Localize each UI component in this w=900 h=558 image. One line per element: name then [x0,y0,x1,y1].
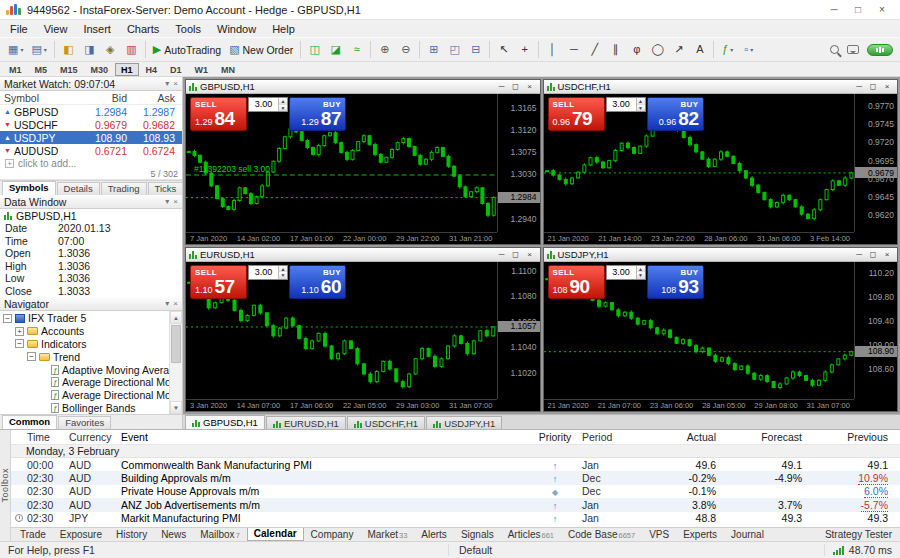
lot-decrease-icon[interactable]: ▼ [637,272,645,279]
header-event[interactable]: Event [121,431,532,443]
arrows-tool-button[interactable]: ↗ [668,39,689,60]
navigator-item-bollinger-bands[interactable]: ƒBollinger Bands [0,402,182,414]
lot-size-input[interactable]: 3.00▲▼ [606,265,646,280]
panel-menu-icon[interactable]: ▾ [165,79,169,88]
sell-button[interactable]: SELL1.2984 [190,97,247,131]
menu-charts[interactable]: Charts [119,22,167,36]
column-ask[interactable]: Ask [130,92,179,104]
chart-tab-eurusd-h1[interactable]: EURUSD,H1 [266,416,346,429]
status-profile[interactable]: Default [448,544,824,556]
cursor-tool-button[interactable]: ↖ [493,39,514,60]
timeframe-mn[interactable]: MN [215,63,241,76]
toolbox-tab-mailbox[interactable]: Mailbox7 [193,528,247,541]
lot-decrease-icon[interactable]: ▼ [279,272,287,279]
column-symbol[interactable]: Symbol [0,92,76,104]
chart-tab-usdjpy-h1[interactable]: USDJPY,H1 [426,416,502,429]
minimize-icon[interactable]: ─ [852,82,866,91]
tab-details[interactable]: Details [57,182,100,195]
data-window-header[interactable]: Data Window ▾× [0,195,182,209]
toolbox-side-tab[interactable]: Toolbox [0,430,11,541]
header-forecast[interactable]: Forecast [720,431,806,443]
minimize-icon[interactable]: ─ [852,250,866,259]
calendar-row-private-house-approvals-m-m[interactable]: 02:30AUDPrivate House Approvals m/m◆Dec-… [11,485,900,498]
price-scale[interactable]: 1.11001.10801.10601.10401.10201.1057 [497,262,540,400]
toolbox-tab-vps[interactable]: VPS [642,528,676,541]
navigator-header[interactable]: Navigator ▾× [0,297,182,311]
toolbox-tab-company[interactable]: Company [304,528,361,541]
crosshair-tool-button[interactable]: + [514,39,535,60]
bar-chart-mode-button[interactable]: ◫ [304,39,325,60]
tab-trading[interactable]: Trading [101,182,147,195]
menu-file[interactable]: File [2,22,36,36]
navigator-item-average-directional-movement[interactable]: ƒAverage Directional Movement [0,376,182,389]
minimize-icon[interactable]: ─ [495,82,509,91]
calendar-row-building-approvals-m-m[interactable]: 02:30AUDBuilding Approvals m/m↑Dec-0.2%-… [11,471,900,484]
toolbox-tab-experts[interactable]: Experts [676,528,724,541]
toolbox-tab-trade[interactable]: Trade [13,528,53,541]
header-actual[interactable]: Actual [644,431,720,443]
price-scale[interactable]: 0.97700.97450.97200.96950.96700.96450.96… [854,94,897,232]
restore-icon[interactable]: ◻ [509,250,523,259]
connection-status-icon[interactable] [867,44,893,56]
scroll-down-icon[interactable]: ▼ [170,401,182,414]
price-scale[interactable]: 1.31651.31201.30751.30301.29851.29401.29… [497,94,540,232]
navigator-toggle-button[interactable]: ◈ [100,39,121,60]
close-icon[interactable]: × [523,250,537,259]
market-watch-row-usdchf[interactable]: ▼USDCHF0.96790.9682 [0,118,182,131]
navigator-item-average-directional-movement[interactable]: ƒAverage Directional Movement [0,389,182,402]
tab-symbols[interactable]: Symbols [2,181,56,195]
time-scale[interactable]: 21 Jan 202021 Jan 14:0023 Jan 22:0028 Ja… [544,232,855,244]
toolbox-tab-calendar[interactable]: Calendar [247,528,304,541]
search-icon[interactable] [830,45,839,54]
status-connection[interactable]: 48.70 ms [824,544,900,556]
scroll-up-icon[interactable]: ▲ [170,311,182,324]
menu-help[interactable]: Help [264,22,303,36]
chart-window-titlebar[interactable]: EURUSD,H1─◻× [186,248,540,262]
window-minimize-icon[interactable]: ─ [822,1,846,19]
time-scale[interactable]: 21 Jan 202021 Jan 07:0023 Jan 06:0028 Ja… [544,399,855,411]
horizontal-line-tool-button[interactable]: ─ [563,39,584,60]
navigator-item-accounts[interactable]: +Accounts [0,325,182,338]
minimize-icon[interactable]: ─ [495,250,509,259]
sell-button[interactable]: SELL10890 [548,265,605,299]
tile-windows-button[interactable]: ⊞ [423,39,444,60]
panel-close-icon[interactable]: × [173,79,178,88]
trendline-tool-button[interactable]: ╱ [584,39,605,60]
navigator-item-trend[interactable]: −Trend [0,350,182,363]
calendar-row-commonwealth-bank-manufacturing-pmi[interactable]: 00:00AUDCommonwealth Bank Manufacturing … [11,458,900,471]
new-order-button[interactable]: ▧New Order [225,39,297,60]
timeframe-m15[interactable]: M15 [54,63,84,76]
chat-icon[interactable] [847,45,859,54]
indicators-button[interactable]: ƒ▾ [717,39,738,60]
lot-decrease-icon[interactable]: ▼ [279,105,287,112]
toolbox-tab-history[interactable]: History [109,528,154,541]
header-currency[interactable]: Currency [69,431,121,443]
text-tool-button[interactable]: A [689,39,710,60]
objects-list-button[interactable]: ▫▾ [738,39,759,60]
tile-horizontal-button[interactable]: ⊟ [465,39,486,60]
vertical-line-tool-button[interactable]: │ [542,39,563,60]
toolbox-tab-news[interactable]: News [154,528,193,541]
toolbox-tab-market[interactable]: Market33 [360,528,414,541]
collapse-icon[interactable]: − [15,339,24,348]
buy-button[interactable]: BUY0.9682 [647,97,704,131]
titlebar[interactable]: 9449562 - InstaForex-Server: Demo Accoun… [0,0,900,20]
chart-tab-usdchf-h1[interactable]: USDCHF,H1 [347,416,425,429]
panel-menu-icon[interactable]: ▾ [165,299,169,308]
market-watch-add-row[interactable]: + click to add... [0,157,182,169]
lot-size-input[interactable]: 3.00▲▼ [606,97,646,112]
shapes-tool-button[interactable]: ◯ [647,39,668,60]
column-bid[interactable]: Bid [76,92,130,104]
timeframe-m30[interactable]: M30 [85,63,115,76]
market-watch-toggle-button[interactable]: ◧ [58,39,79,60]
buy-button[interactable]: BUY10893 [647,265,704,299]
close-icon[interactable]: × [880,250,894,259]
header-previous[interactable]: Previous [806,431,900,443]
collapse-icon[interactable]: − [3,314,12,323]
market-watch-header[interactable]: Market Watch: 09:07:04 ▾× [0,77,182,91]
window-maximize-icon[interactable]: □ [846,1,870,19]
toolbox-tab-signals[interactable]: Signals [454,528,501,541]
toolbox-tab-articles[interactable]: Articles661 [501,528,561,541]
menu-window[interactable]: Window [209,22,264,36]
market-watch-row-usdjpy[interactable]: ▲USDJPY108.90108.93 [0,131,182,144]
